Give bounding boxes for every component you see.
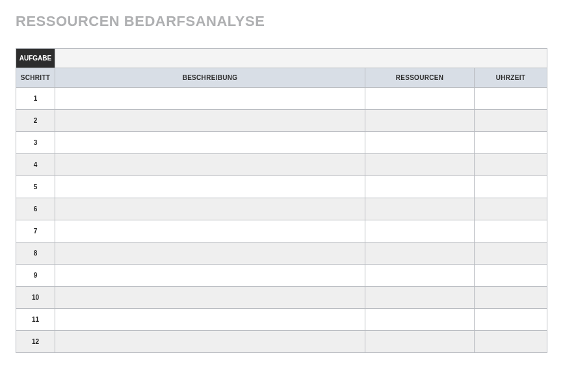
uhrzeit-cell[interactable] [474,154,547,176]
step-cell: 11 [16,309,55,331]
col-header-uhrzeit: UHRZEIT [474,68,547,88]
ressourcen-cell[interactable] [365,220,474,242]
step-cell: 12 [16,331,55,353]
uhrzeit-cell[interactable] [474,309,547,331]
beschreibung-cell[interactable] [55,176,365,198]
table-row: 5 [16,176,547,198]
ressourcen-cell[interactable] [365,110,474,132]
col-header-beschreibung: BESCHREIBUNG [55,68,365,88]
step-cell: 2 [16,110,55,132]
beschreibung-cell[interactable] [55,220,365,242]
col-header-ressourcen: RESSOURCEN [365,68,474,88]
col-header-schritt: SCHRITT [16,68,55,88]
table-row: 10 [16,287,547,309]
uhrzeit-cell[interactable] [474,132,547,154]
column-header-row: SCHRITT BESCHREIBUNG RESSOURCEN UHRZEIT [16,68,547,88]
table-row: 2 [16,110,547,132]
table-row: 11 [16,309,547,331]
step-cell: 7 [16,220,55,242]
uhrzeit-cell[interactable] [474,110,547,132]
uhrzeit-cell[interactable] [474,198,547,220]
beschreibung-cell[interactable] [55,287,365,309]
ressourcen-cell[interactable] [365,309,474,331]
ressourcen-cell[interactable] [365,242,474,265]
table-row: 6 [16,198,547,220]
step-cell: 1 [16,88,55,110]
ressourcen-cell[interactable] [365,132,474,154]
page-title: RESSOURCEN BEDARFSANALYSE [16,13,547,30]
table-row: 12 [16,331,547,353]
uhrzeit-cell[interactable] [474,331,547,353]
uhrzeit-cell[interactable] [474,88,547,110]
table-row: 9 [16,265,547,287]
table-row: 3 [16,132,547,154]
step-cell: 8 [16,242,55,265]
ressourcen-cell[interactable] [365,88,474,110]
step-cell: 5 [16,176,55,198]
ressourcen-cell[interactable] [365,154,474,176]
beschreibung-cell[interactable] [55,110,365,132]
ressourcen-cell[interactable] [365,176,474,198]
aufgabe-row: AUFGABE [16,49,547,68]
step-cell: 6 [16,198,55,220]
table-row: 1 [16,88,547,110]
step-cell: 10 [16,287,55,309]
beschreibung-cell[interactable] [55,88,365,110]
beschreibung-cell[interactable] [55,331,365,353]
beschreibung-cell[interactable] [55,198,365,220]
table-row: 4 [16,154,547,176]
step-cell: 3 [16,132,55,154]
uhrzeit-cell[interactable] [474,176,547,198]
aufgabe-input[interactable] [55,49,547,68]
uhrzeit-cell[interactable] [474,287,547,309]
table-row: 8 [16,242,547,265]
ressourcen-cell[interactable] [365,198,474,220]
resource-analysis-table: AUFGABE SCHRITT BESCHREIBUNG RESSOURCEN … [16,48,547,353]
beschreibung-cell[interactable] [55,154,365,176]
beschreibung-cell[interactable] [55,265,365,287]
ressourcen-cell[interactable] [365,331,474,353]
ressourcen-cell[interactable] [365,287,474,309]
step-cell: 9 [16,265,55,287]
uhrzeit-cell[interactable] [474,265,547,287]
uhrzeit-cell[interactable] [474,220,547,242]
beschreibung-cell[interactable] [55,242,365,265]
table-row: 7 [16,220,547,242]
aufgabe-label: AUFGABE [16,49,55,68]
beschreibung-cell[interactable] [55,309,365,331]
step-cell: 4 [16,154,55,176]
ressourcen-cell[interactable] [365,265,474,287]
uhrzeit-cell[interactable] [474,242,547,265]
beschreibung-cell[interactable] [55,132,365,154]
